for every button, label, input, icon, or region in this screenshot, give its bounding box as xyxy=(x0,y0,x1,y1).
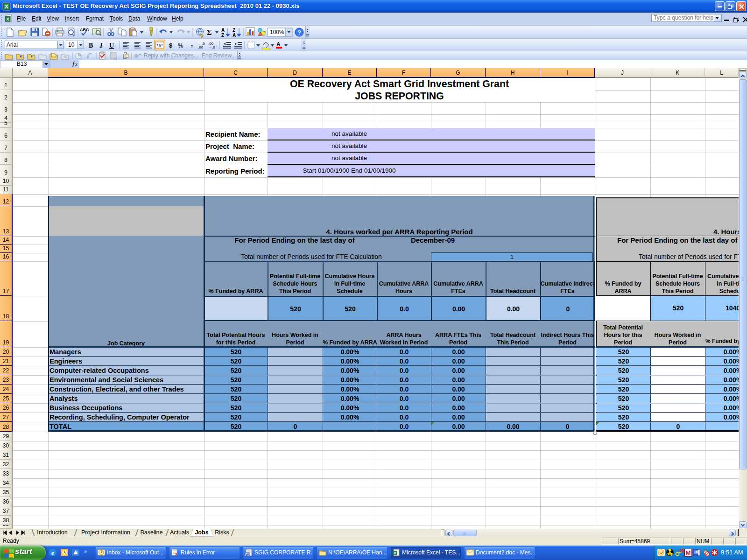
svg-text:x: x xyxy=(175,552,177,556)
svg-text:W: W xyxy=(246,553,249,556)
svg-text:→.0: →.0 xyxy=(208,45,215,49)
svg-text:»: » xyxy=(84,548,87,554)
svg-text:,: , xyxy=(191,40,193,48)
svg-text:X: X xyxy=(6,17,9,21)
svg-text:A: A xyxy=(233,33,236,38)
svg-text:ABC: ABC xyxy=(80,28,89,32)
svg-text:A: A xyxy=(276,41,281,48)
svg-text:.00: .00 xyxy=(198,45,204,49)
svg-text:100%: 100% xyxy=(270,29,284,35)
svg-text:Σ: Σ xyxy=(207,28,211,36)
svg-text:A: A xyxy=(221,28,225,33)
svg-text:?: ? xyxy=(297,29,301,36)
svg-text:X: X xyxy=(394,551,396,555)
svg-text:X: X xyxy=(5,4,8,9)
svg-text:$: $ xyxy=(169,42,173,49)
svg-text:M: M xyxy=(686,549,691,556)
svg-text:e: e xyxy=(51,549,54,556)
svg-text:Z: Z xyxy=(233,28,235,33)
svg-text:Z: Z xyxy=(221,33,224,38)
svg-text:%: % xyxy=(178,42,183,49)
